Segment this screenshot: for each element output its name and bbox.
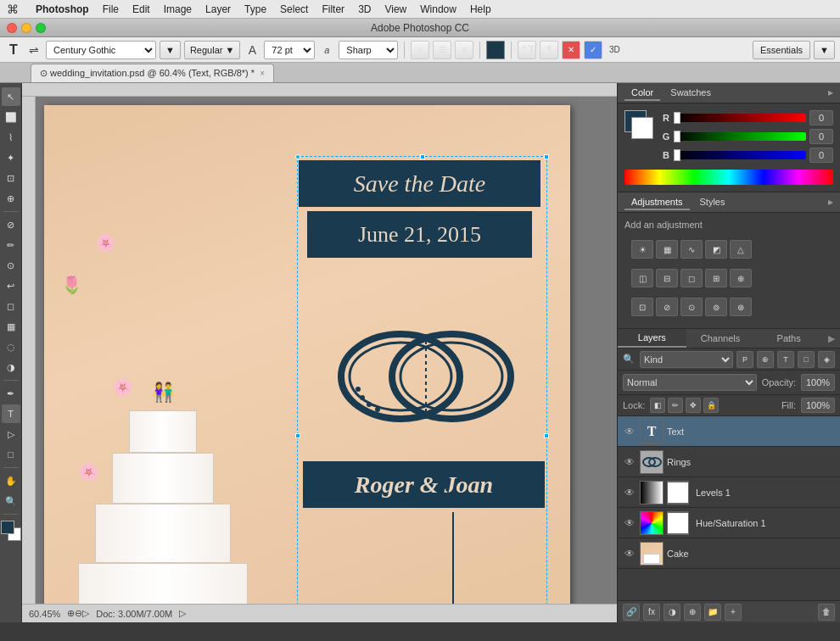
gradient-tool[interactable]: ▦ <box>2 317 20 336</box>
blur-tool[interactable]: ◌ <box>2 337 20 356</box>
brightness-adj-btn[interactable]: ☀ <box>631 240 653 259</box>
font-family-select[interactable]: Century Gothic <box>46 41 156 59</box>
layer-item-text[interactable]: 👁 T Text <box>618 416 840 447</box>
cancel-text-btn[interactable]: ✕ <box>562 41 580 59</box>
layer-kind-filter[interactable]: Kind <box>640 351 733 368</box>
opacity-input[interactable]: 100% <box>801 374 835 391</box>
color-tab[interactable]: Color <box>624 86 660 101</box>
new-adj-layer-btn[interactable]: ⊕ <box>684 604 701 621</box>
menu-window[interactable]: Window <box>413 0 463 19</box>
filter-shape-btn[interactable]: □ <box>798 351 815 368</box>
layer-style-btn[interactable]: fx <box>643 604 660 621</box>
colorbalance-adj-btn[interactable]: ⊟ <box>656 269 678 287</box>
menu-select[interactable]: Select <box>273 0 315 19</box>
menu-edit[interactable]: Edit <box>126 0 157 19</box>
text-color-swatch[interactable] <box>486 41 505 59</box>
color-panel-arrow[interactable]: ▶ <box>828 89 833 97</box>
confirm-text-btn[interactable]: ✓ <box>584 41 602 59</box>
filter-type-btn[interactable]: T <box>777 351 794 368</box>
marquee-tool[interactable]: ⬜ <box>2 108 20 126</box>
align-right-btn[interactable]: ≡ <box>455 41 473 59</box>
add-mask-btn[interactable]: ◑ <box>664 604 680 621</box>
green-value[interactable]: 0 <box>809 129 833 144</box>
text-orient-icon[interactable]: ⇌ <box>25 42 42 59</box>
fill-input[interactable]: 100% <box>801 398 835 413</box>
red-value[interactable]: 0 <box>809 110 833 125</box>
color-tools[interactable] <box>1 521 21 541</box>
eraser-tool[interactable]: ◻ <box>2 297 20 315</box>
shape-tool[interactable]: □ <box>2 445 20 464</box>
color-panel-header[interactable]: Color Swatches ▶ <box>618 83 840 103</box>
color-swatches-display[interactable] <box>624 110 655 141</box>
font-family-dropdown[interactable]: ▼ <box>160 41 181 59</box>
selectivecolor-adj-btn[interactable]: ⊛ <box>730 298 752 316</box>
blue-slider[interactable] <box>674 151 806 159</box>
layer-visibility-levels[interactable]: 👁 <box>623 486 636 499</box>
menu-photoshop[interactable]: Photoshop <box>29 0 96 19</box>
bw-adj-btn[interactable]: ◻ <box>680 269 703 287</box>
swatches-tab[interactable]: Swatches <box>664 86 718 101</box>
filter-smart-btn[interactable]: ◈ <box>818 351 835 368</box>
adjustments-arrow[interactable]: ▶ <box>828 198 833 206</box>
dodge-tool[interactable]: ◑ <box>2 358 20 376</box>
layers-tab[interactable]: Layers <box>618 329 686 348</box>
adjustments-tab[interactable]: Adjustments <box>624 195 690 210</box>
align-center-btn[interactable]: ☰ <box>433 41 451 59</box>
menu-type[interactable]: Type <box>238 0 273 19</box>
background-swatch[interactable] <box>631 117 653 139</box>
canvas-main[interactable]: 🌸 🌷 🌸 🌸 🌷 🌸 👫 <box>36 97 617 604</box>
huesat-adj-btn[interactable]: ◫ <box>631 269 653 287</box>
pen-tool[interactable]: ✒ <box>2 384 20 403</box>
threshold-adj-btn[interactable]: ⊙ <box>680 298 703 316</box>
maximize-button[interactable] <box>36 23 46 33</box>
window-controls[interactable] <box>7 23 46 33</box>
filter-adjustment-btn[interactable]: ⊕ <box>757 351 774 368</box>
blue-value[interactable]: 0 <box>809 148 833 163</box>
delete-layer-btn[interactable]: 🗑 <box>818 604 835 621</box>
lasso-tool[interactable]: ⌇ <box>2 128 20 147</box>
crop-tool[interactable]: ⊡ <box>2 169 20 187</box>
eyedropper-tool[interactable]: ⊕ <box>2 189 20 208</box>
layer-visibility-huesat[interactable]: 👁 <box>623 516 636 530</box>
menu-help[interactable]: Help <box>463 0 498 19</box>
layer-item-cake[interactable]: 👁 Cake <box>618 538 840 569</box>
gradmap-adj-btn[interactable]: ⊚ <box>705 298 727 316</box>
layer-item-levels[interactable]: 👁 Levels 1 <box>618 477 840 508</box>
align-left-btn[interactable]: ≡ <box>411 41 429 59</box>
layers-panel-menu[interactable]: ▶ <box>823 329 840 348</box>
posterize-adj-btn[interactable]: ⊘ <box>656 298 678 316</box>
move-tool[interactable]: ↖ <box>2 87 20 106</box>
layer-item-huesat[interactable]: 👁 Hue/Saturation 1 <box>618 508 840 538</box>
clone-stamp-tool[interactable]: ⊙ <box>2 256 20 275</box>
invert-adj-btn[interactable]: ⊡ <box>631 298 653 316</box>
color-spectrum[interactable] <box>624 170 833 185</box>
char-panel-btn[interactable]: ¶ <box>540 41 558 59</box>
layer-item-rings[interactable]: 👁 Rings <box>618 447 840 477</box>
hand-tool[interactable]: ✋ <box>2 471 20 490</box>
adjustments-panel-header[interactable]: Adjustments Styles ▶ <box>618 192 840 213</box>
lock-transparent-btn[interactable]: ◧ <box>650 398 665 413</box>
toggle-3d-icon[interactable]: 3D <box>606 42 623 59</box>
channels-tab[interactable]: Channels <box>686 329 755 348</box>
levels-adj-btn[interactable]: ▦ <box>656 240 678 259</box>
antialiasing-select[interactable]: Sharp <box>339 41 398 59</box>
history-brush-tool[interactable]: ↩ <box>2 276 20 295</box>
red-slider[interactable] <box>674 114 806 122</box>
lock-all-btn[interactable]: 🔒 <box>703 398 719 413</box>
document-tab[interactable]: ⊙ wedding_invitation.psd @ 60.4% (Text, … <box>31 64 274 82</box>
layer-visibility-rings[interactable]: 👁 <box>623 455 636 469</box>
path-select-tool[interactable]: ▷ <box>2 425 20 443</box>
brush-tool[interactable]: ✏ <box>2 236 20 254</box>
tab-close[interactable]: × <box>260 69 265 78</box>
close-button[interactable] <box>7 23 17 33</box>
new-group-btn[interactable]: 📁 <box>704 604 721 621</box>
menu-file[interactable]: File <box>96 0 126 19</box>
font-size-select[interactable]: 72 pt <box>264 41 315 59</box>
channelmixer-adj-btn[interactable]: ⊕ <box>730 269 752 287</box>
text-tool[interactable]: T <box>2 404 20 423</box>
menu-image[interactable]: Image <box>157 0 199 19</box>
exposure-adj-btn[interactable]: ◩ <box>705 240 727 259</box>
warp-text-btn[interactable]: ⌃T <box>518 41 536 59</box>
essentials-button[interactable]: Essentials <box>753 41 810 59</box>
green-slider[interactable] <box>674 132 806 141</box>
